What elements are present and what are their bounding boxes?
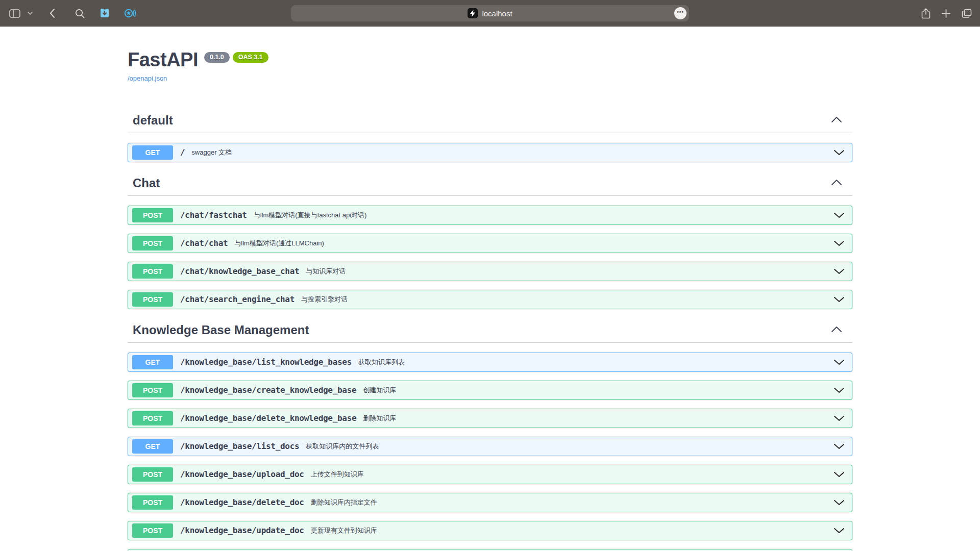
endpoint-path: /knowledge_base/list_docs <box>180 441 299 451</box>
swagger-page: FastAPI 0.1.0 OAS 3.1 /openapi.json defa… <box>0 27 980 550</box>
page-settings-ellipsis-icon[interactable]: ••• <box>674 7 687 19</box>
search-icon[interactable] <box>74 4 86 22</box>
http-method-badge: POST <box>132 495 173 510</box>
endpoint-description: 与搜索引擎对话 <box>301 295 348 304</box>
endpoint-path: /chat/search_engine_chat <box>180 294 295 304</box>
endpoint-path: / <box>180 147 185 157</box>
endpoint-path: /chat/fastchat <box>180 210 247 220</box>
endpoint-path: /chat/knowledge_base_chat <box>180 266 299 276</box>
endpoint-row[interactable]: GET / swagger 文档 <box>128 143 852 162</box>
browser-toolbar: localhost ••• <box>0 0 980 27</box>
api-sections: default GET / swagger 文档 Chat <box>128 108 852 550</box>
new-tab-plus-icon[interactable] <box>942 4 950 22</box>
api-info: FastAPI 0.1.0 OAS 3.1 /openapi.json <box>128 27 852 83</box>
section-title: Chat <box>133 176 160 190</box>
endpoint-description: 获取知识库内的文件列表 <box>306 442 379 451</box>
http-method-badge: POST <box>132 236 173 251</box>
expand-chevron-down-icon[interactable] <box>834 359 845 365</box>
endpoint-row[interactable]: POST /knowledge_base/recreate_vector_sto… <box>128 549 852 550</box>
api-section: Knowledge Base Management GET /knowledge… <box>128 318 852 550</box>
endpoint-row[interactable]: POST /knowledge_base/update_doc 更新现有文件到知… <box>128 521 852 540</box>
expand-chevron-down-icon[interactable] <box>834 212 845 218</box>
expand-chevron-down-icon[interactable] <box>834 268 845 274</box>
back-icon[interactable] <box>46 4 58 22</box>
http-method-badge: GET <box>132 439 173 454</box>
openapi-spec-link[interactable]: /openapi.json <box>128 74 167 82</box>
api-section: default GET / swagger 文档 <box>128 108 852 162</box>
expand-chevron-down-icon[interactable] <box>834 240 845 246</box>
endpoint-description: 删除知识库内指定文件 <box>311 498 377 507</box>
section-header[interactable]: Knowledge Base Management <box>128 318 852 343</box>
endpoint-row[interactable]: POST /knowledge_base/delete_doc 删除知识库内指定… <box>128 493 852 512</box>
expand-chevron-down-icon[interactable] <box>834 296 845 303</box>
share-icon[interactable] <box>921 4 930 22</box>
expand-chevron-down-icon[interactable] <box>834 499 845 506</box>
http-method-badge: POST <box>132 467 173 482</box>
address-bar[interactable]: localhost ••• <box>291 5 689 21</box>
http-method-badge: POST <box>132 523 173 538</box>
http-method-badge: POST <box>132 264 173 279</box>
endpoint-description: 删除知识库 <box>363 414 396 423</box>
api-section: Chat POST /chat/fastchat 与llm模型对话(直接与fas… <box>128 171 852 309</box>
section-header[interactable]: Chat <box>128 171 852 196</box>
section-header[interactable]: default <box>128 108 852 133</box>
http-method-badge: POST <box>132 292 173 307</box>
endpoint-path: /chat/chat <box>180 238 228 248</box>
expand-chevron-down-icon[interactable] <box>834 387 845 393</box>
endpoint-path: /knowledge_base/delete_knowledge_base <box>180 413 356 423</box>
endpoint-path: /knowledge_base/list_knowledge_bases <box>180 357 352 367</box>
broadcast-extension-icon[interactable] <box>124 4 137 22</box>
endpoint-row[interactable]: POST /knowledge_base/upload_doc 上传文件到知识库 <box>128 465 852 484</box>
tab-overview-icon[interactable] <box>962 4 972 22</box>
sidebar-menu-chevron-icon[interactable] <box>27 4 34 22</box>
endpoint-description: 获取知识库列表 <box>358 358 405 367</box>
http-method-badge: GET <box>132 355 173 369</box>
collapse-chevron-up-icon[interactable] <box>831 116 842 125</box>
sidebar-toggle-icon[interactable] <box>7 4 22 22</box>
expand-chevron-down-icon[interactable] <box>834 471 845 478</box>
expand-chevron-down-icon[interactable] <box>834 528 845 534</box>
section-title: Knowledge Base Management <box>133 323 309 337</box>
endpoint-path: /knowledge_base/upload_doc <box>180 469 304 479</box>
endpoint-description: 创建知识库 <box>363 386 396 395</box>
endpoint-description: 更新现有文件到知识库 <box>311 526 377 535</box>
endpoint-description: swagger 文档 <box>191 148 232 157</box>
endpoint-row[interactable]: GET /knowledge_base/list_docs 获取知识库内的文件列… <box>128 437 852 456</box>
endpoint-row[interactable]: POST /chat/knowledge_base_chat 与知识库对话 <box>128 262 852 281</box>
endpoint-row[interactable]: POST /knowledge_base/create_knowledge_ba… <box>128 381 852 400</box>
endpoint-row[interactable]: POST /chat/search_engine_chat 与搜索引擎对话 <box>128 290 852 309</box>
http-method-badge: POST <box>132 411 173 425</box>
page-title: FastAPI <box>128 50 198 70</box>
collapse-chevron-up-icon[interactable] <box>831 179 842 188</box>
bookmark-extension-icon[interactable] <box>98 4 111 22</box>
endpoint-row[interactable]: POST /chat/chat 与llm模型对话(通过LLMChain) <box>128 234 852 253</box>
version-badge: 0.1.0 <box>204 52 230 63</box>
endpoint-row[interactable]: POST /chat/fastchat 与llm模型对话(直接与fastchat… <box>128 206 852 225</box>
collapse-chevron-up-icon[interactable] <box>831 325 842 335</box>
endpoint-description: 与llm模型对话(通过LLMChain) <box>234 239 324 248</box>
expand-chevron-down-icon[interactable] <box>834 443 845 449</box>
http-method-badge: POST <box>132 383 173 397</box>
expand-chevron-down-icon[interactable] <box>834 149 845 156</box>
endpoint-description: 上传文件到知识库 <box>311 470 364 479</box>
http-method-badge: GET <box>132 145 173 160</box>
expand-chevron-down-icon[interactable] <box>834 415 845 421</box>
endpoint-row[interactable]: POST /knowledge_base/delete_knowledge_ba… <box>128 409 852 428</box>
endpoint-path: /knowledge_base/update_doc <box>180 525 304 535</box>
oas-badge: OAS 3.1 <box>233 52 268 63</box>
endpoint-row[interactable]: GET /knowledge_base/list_knowledge_bases… <box>128 353 852 372</box>
endpoint-path: /knowledge_base/delete_doc <box>180 497 304 507</box>
endpoint-description: 与llm模型对话(直接与fastchat api对话) <box>254 211 367 220</box>
site-favicon-lightning-icon <box>468 8 478 18</box>
url-text: localhost <box>482 9 512 18</box>
endpoint-path: /knowledge_base/create_knowledge_base <box>180 385 356 395</box>
endpoint-description: 与知识库对话 <box>306 267 346 276</box>
section-title: default <box>133 113 173 128</box>
http-method-badge: POST <box>132 208 173 222</box>
